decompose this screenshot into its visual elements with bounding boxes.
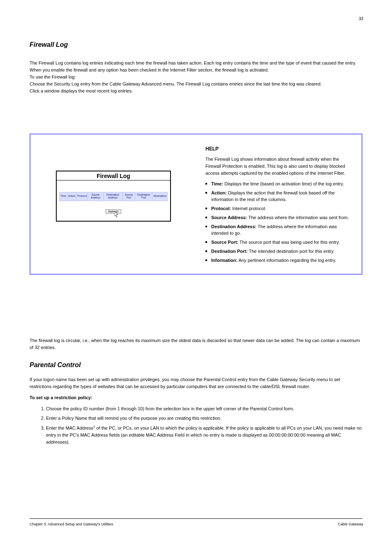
- footer-rule: [30, 518, 362, 519]
- help-para: The Firewall Log shows information about…: [205, 156, 353, 177]
- list-item: Destination Address: The address where t…: [205, 224, 353, 237]
- footer-left: Chapter 3: Advanced Setup and Gateway's …: [30, 522, 113, 526]
- item-text: Displays the action that the firewall to…: [211, 190, 335, 202]
- th-src-addr: Source Address: [88, 192, 103, 201]
- list-item: Protocol: Internet protocol.: [205, 206, 353, 212]
- th-info: Information: [152, 192, 168, 201]
- help-list: Time: Displays the time (based on activa…: [205, 181, 353, 264]
- intro-p2: To use the Firewall log:: [30, 74, 362, 81]
- th-time: Time: [60, 192, 67, 201]
- th-src-port: Source Port: [122, 192, 135, 201]
- list-item: Action: Displays the action that the fir…: [205, 190, 353, 203]
- below-content: The firewall log is circular, i.e., when…: [30, 337, 362, 450]
- steps-list: Choose the policy ID number (from 1 thro…: [46, 405, 362, 446]
- item-label: Protocol:: [211, 206, 231, 211]
- bullet-icon: [205, 226, 207, 227]
- bullet-icon: [205, 241, 207, 243]
- intro-block: The Firewall Log contains log entries in…: [30, 60, 362, 95]
- page-title: Firewall Log: [30, 41, 68, 49]
- intro-p3: Choose the Security Log entry from the C…: [30, 81, 362, 88]
- help-column: HELP The Firewall Log shows information …: [200, 146, 353, 266]
- parental-p1: If your logon name has been set up with …: [30, 376, 362, 390]
- svg-marker-0: [114, 211, 118, 217]
- item-text: Any pertinent information regarding the …: [238, 258, 336, 263]
- th-protocol: Protocol: [76, 192, 88, 201]
- help-box: Firewall Log Time Action Protocol Source…: [30, 134, 362, 275]
- item-label: Source Address:: [211, 215, 247, 220]
- item-text: Internet protocol.: [231, 206, 266, 211]
- item-label: Destination Address:: [211, 224, 256, 229]
- help-heading: HELP: [205, 146, 353, 152]
- item-text: The source port that was being used for …: [238, 240, 340, 245]
- th-dst-port: Destination Port: [135, 192, 152, 201]
- item-label: Source Port:: [211, 240, 238, 245]
- bullet-icon: [205, 183, 207, 185]
- th-action: Action: [67, 192, 76, 201]
- firewall-log-panel: Firewall Log Time Action Protocol Source…: [56, 171, 171, 222]
- intro-p1: The Firewall Log contains log entries in…: [30, 60, 362, 74]
- list-item: Time: Displays the time (based on activa…: [205, 181, 353, 187]
- step-item: Enter a Policy Name that will remind you…: [46, 415, 362, 422]
- item-label: Action:: [211, 190, 227, 195]
- bullet-icon: [205, 192, 207, 194]
- item-label: Destination Port:: [211, 249, 248, 254]
- screenshot-column: Firewall Log Time Action Protocol Source…: [39, 146, 200, 222]
- item-label: Information:: [211, 258, 238, 263]
- th-dst-addr: Destination Address: [103, 192, 122, 201]
- item-text: The intended destination port for this e…: [248, 249, 334, 254]
- bullet-icon: [205, 250, 207, 252]
- footer-right: Cable Gateway: [338, 522, 363, 526]
- list-item: Information: Any pertinent information r…: [205, 257, 353, 264]
- log-circular-para: The firewall log is circular, i.e., when…: [30, 337, 362, 351]
- parental-p2: To set up a restriction policy:: [30, 394, 362, 401]
- intro-p4: Click a window displays the most recent …: [30, 88, 362, 95]
- cursor-icon: [114, 211, 119, 218]
- bullet-icon: [205, 217, 207, 218]
- bullet-icon: [205, 208, 207, 209]
- item-label: Time:: [211, 181, 223, 186]
- step-item: Enter the MAC Address1 of the PC, or PCs…: [46, 424, 362, 446]
- item-text: Displays the time (based on activation t…: [223, 181, 344, 186]
- page-number-top: 33: [359, 16, 363, 21]
- section-heading-parental: Parental Control: [30, 360, 362, 370]
- list-item: Source Address: The address where the in…: [205, 215, 353, 221]
- item-text: The address where the information was se…: [247, 215, 349, 220]
- panel-title: Firewall Log: [57, 171, 170, 180]
- list-item: Destination Port: The intended destinati…: [205, 248, 353, 255]
- step-item: Choose the policy ID number (from 1 thro…: [46, 405, 362, 412]
- log-table: Time Action Protocol Source Address Dest…: [59, 192, 168, 201]
- list-item: Source Port: The source port that was be…: [205, 239, 353, 246]
- bullet-icon: [205, 259, 207, 261]
